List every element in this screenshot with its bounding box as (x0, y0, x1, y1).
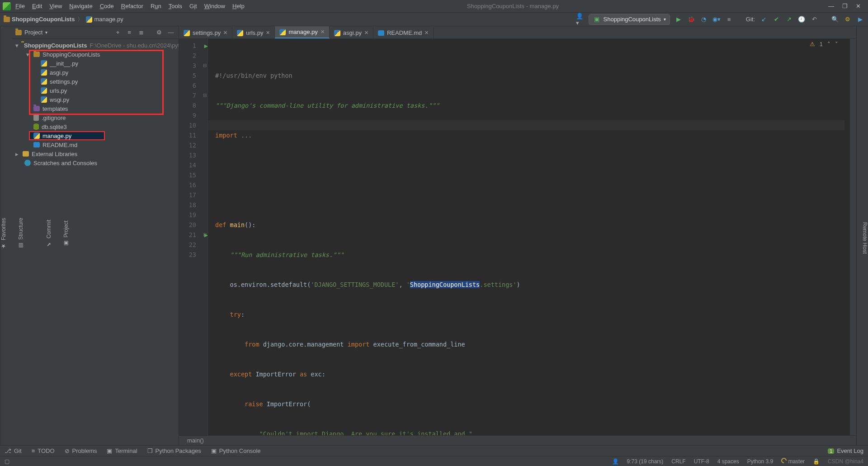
rail-commit[interactable]: ✔ Commit (46, 219, 52, 247)
breadcrumb-sep: 〉 (77, 15, 83, 24)
breadcrumb-root[interactable]: ShoppingCouponLists (4, 16, 75, 23)
selected-text: ShoppingCouponLists (410, 281, 480, 288)
tree-pkg[interactable]: ▾ ShoppingCouponLists (14, 50, 177, 59)
window-title: ShoppingCouponLists - manage.py (198, 3, 828, 10)
tree-urls[interactable]: urls.py (14, 86, 177, 95)
tree-root[interactable]: ▾ ShoppingCouponLists F:\OneDrive - shu.… (14, 41, 177, 50)
run-button[interactable]: ▶ (675, 15, 683, 24)
rail-structure[interactable]: ▥ Structure (18, 218, 24, 249)
tree-settings[interactable]: settings.py (14, 77, 177, 86)
editor-scrollbar[interactable] (850, 39, 856, 435)
tree-scratches[interactable]: Scratches and Consoles (14, 158, 177, 167)
close-icon[interactable]: ✕ (223, 30, 227, 36)
tool-python-packages[interactable]: ❒ Python Packages (147, 447, 201, 454)
expand-all-icon[interactable]: ≡ (125, 29, 133, 37)
tool-event-log[interactable]: 1 Event Log (828, 447, 863, 454)
ide-settings-button[interactable]: ⚙ (844, 15, 852, 24)
tab-urls[interactable]: urls.py✕ (232, 27, 275, 38)
code-editor[interactable]: #!/usr/bin/env python """Django's comman… (208, 39, 850, 435)
status-profiler-icon[interactable]: 👤 (612, 458, 619, 465)
menu-view[interactable]: View (49, 3, 62, 10)
status-interpreter[interactable]: Python 3.9 (747, 458, 773, 465)
settings-icon[interactable]: ⚙ (155, 29, 163, 37)
menu-navigate[interactable]: Navigate (69, 3, 92, 10)
tree-readme[interactable]: README.md (14, 140, 177, 149)
tree-asgi[interactable]: asgi.py (14, 68, 177, 77)
menu-code[interactable]: Code (100, 3, 114, 10)
menu-run[interactable]: Run (151, 3, 161, 10)
editor-breadcrumb[interactable]: main() (179, 435, 856, 445)
tree-external-libraries[interactable]: ▸External Libraries (14, 149, 177, 158)
tab-asgi[interactable]: asgi.py✕ (330, 27, 373, 38)
menu-edit[interactable]: Edit (32, 3, 42, 10)
menu-file[interactable]: FFileile (15, 3, 25, 10)
code-with-me-button[interactable]: ▶ (856, 15, 864, 24)
tree-pkg-label: ShoppingCouponLists (42, 51, 100, 58)
tab-readme[interactable]: README.md✕ (373, 27, 434, 38)
git-push-button[interactable]: ↗ (785, 15, 793, 24)
window-close[interactable]: ✕ (856, 3, 861, 10)
tree-gitignore[interactable]: .gitignore (14, 113, 177, 122)
editor-body: 1▶ 2356 7891011121314151617181920 21▶ 22… (179, 39, 856, 435)
close-icon[interactable]: ✕ (321, 29, 325, 35)
run-gutter-icon[interactable]: ▶ (204, 41, 208, 51)
status-encoding[interactable]: UTF-8 (694, 458, 709, 465)
tree-manage[interactable]: manage.py (29, 131, 105, 140)
git-commit-button[interactable]: ✔ (772, 15, 780, 24)
tree-db[interactable]: db.sqlite3 (14, 122, 177, 131)
window-maximize[interactable]: ❐ (842, 3, 848, 10)
git-history-button[interactable]: 🕘 (797, 15, 806, 24)
python-file-icon (41, 60, 47, 67)
status-lock-icon[interactable]: 🔒 (813, 458, 820, 465)
tool-todo[interactable]: ≡ TODO (32, 447, 55, 454)
menu-git[interactable]: Git (189, 3, 197, 10)
tree-wsgi[interactable]: wsgi.py (14, 95, 177, 104)
debug-button[interactable]: 🐞 (687, 15, 695, 24)
rail-remote-host[interactable]: Remote Host (862, 222, 868, 254)
coverage-button[interactable]: ◔ (700, 15, 708, 24)
project-tool-title[interactable]: Project ▾ (15, 29, 47, 36)
menu-refactor[interactable]: Refactor (121, 3, 143, 10)
close-icon[interactable]: ✕ (266, 30, 270, 36)
tool-git[interactable]: ⎇ Git (5, 447, 22, 454)
breadcrumb: ShoppingCouponLists 〉 manage.py (4, 15, 123, 24)
editor-gutter[interactable]: 1▶ 2356 7891011121314151617181920 21▶ 22… (179, 39, 202, 435)
tree-templates[interactable]: templates (14, 104, 177, 113)
tree-init[interactable]: __init__.py (14, 59, 177, 68)
tool-problems[interactable]: ⊘ Problems (65, 447, 97, 454)
git-update-button[interactable]: ↙ (760, 15, 768, 24)
status-indent[interactable]: 4 spaces (717, 458, 739, 465)
app-icon (3, 2, 11, 10)
tab-manage[interactable]: manage.py✕ (275, 26, 329, 38)
status-caret-position[interactable]: 9:73 (19 chars) (627, 458, 664, 465)
main-toolbar: 👤▾ ▣ ShoppingCouponLists ▾ ▶ 🐞 ◔ ◉▾ ■ Gi… (576, 14, 864, 25)
left-tool-rail: ★ Favorites ▥ Structure ✔ Commit ▣ Proje… (0, 26, 12, 445)
tab-settings[interactable]: settings.py✕ (179, 27, 232, 38)
tool-python-console[interactable]: ▣ Python Console (211, 447, 261, 454)
status-line-separator[interactable]: CRLF (671, 458, 685, 465)
close-icon[interactable]: ✕ (425, 30, 429, 36)
rail-project[interactable]: ▣ Project (63, 220, 69, 246)
window-minimize[interactable]: — (828, 3, 834, 10)
git-rollback-button[interactable]: ↶ (810, 15, 818, 24)
run-gutter-icon[interactable]: ▶ (204, 230, 208, 240)
run-config-selector[interactable]: ▣ ShoppingCouponLists ▾ (589, 14, 670, 25)
rail-favorites[interactable]: ★ Favorites (0, 218, 7, 249)
search-everywhere-button[interactable]: 🔍 (831, 15, 839, 24)
project-tree[interactable]: ▾ ShoppingCouponLists F:\OneDrive - shu.… (12, 39, 179, 445)
close-icon[interactable]: ✕ (364, 30, 368, 36)
collapse-all-icon[interactable]: ≣ (137, 29, 145, 37)
python-file-icon (41, 87, 47, 94)
menu-tools[interactable]: Tools (169, 3, 182, 10)
breadcrumb-file[interactable]: manage.py (86, 16, 123, 23)
profile-button[interactable]: ◉▾ (712, 15, 721, 24)
locate-icon[interactable]: ⌖ (113, 29, 122, 37)
hide-icon[interactable]: — (167, 29, 175, 37)
stop-button[interactable]: ■ (725, 15, 733, 24)
tool-windows-icon[interactable]: ▢ (5, 458, 11, 465)
menu-bar: FFileile Edit View Navigate Code Refacto… (0, 0, 868, 13)
scratches-icon (24, 160, 31, 166)
status-git-branch[interactable]: master (781, 458, 805, 465)
tool-terminal[interactable]: ▣ Terminal (107, 447, 137, 454)
user-switch-icon[interactable]: 👤▾ (576, 15, 584, 24)
